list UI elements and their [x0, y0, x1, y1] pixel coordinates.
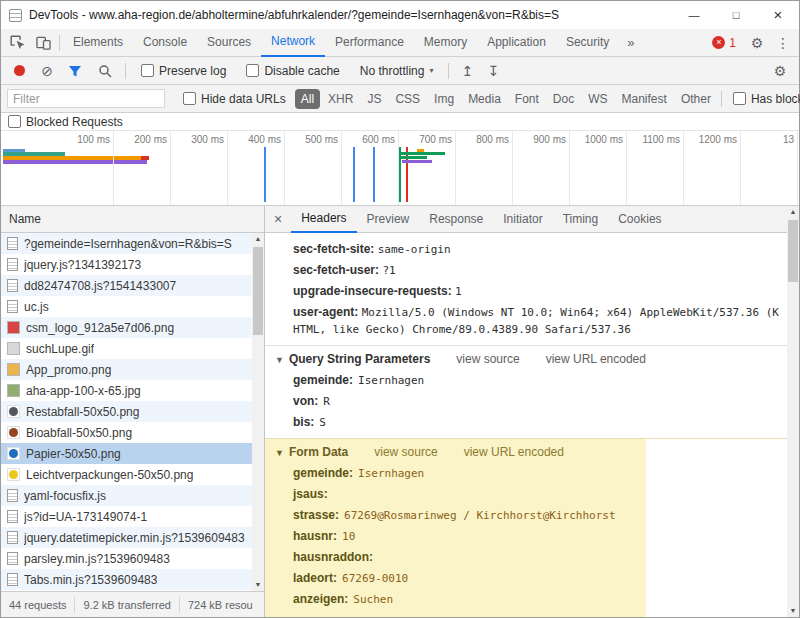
kebab-menu-icon[interactable]: ⋮ [770, 30, 796, 56]
filter-chip-doc[interactable]: Doc [547, 89, 580, 109]
request-row[interactable]: csm_logo_912a5e7d06.png [1, 317, 252, 338]
minimize-button-icon[interactable]: — [673, 1, 715, 29]
request-row[interactable]: js?id=UA-173149074-1 [1, 506, 252, 527]
has-blocked-cookies-option[interactable]: Has blocked cookies [733, 92, 800, 106]
tab-sources[interactable]: Sources [197, 29, 261, 57]
blocked-requests-checkbox[interactable] [8, 115, 21, 128]
request-row[interactable]: uc.js [1, 296, 252, 317]
request-row[interactable]: jquery.datetimepicker.min.js?1539609483 [1, 527, 252, 548]
scrollbar-thumb[interactable] [253, 247, 263, 335]
details-tab-headers[interactable]: Headers [291, 206, 356, 233]
scroll-down-arrow-icon[interactable]: ▼ [787, 605, 799, 617]
request-name: suchLupe.gif [26, 342, 94, 356]
overview-tick-label: 1000 ms [577, 134, 623, 145]
param-name: bis: [293, 415, 314, 429]
request-row[interactable]: Leichtverpackungen-50x50.png [1, 464, 252, 485]
filter-chip-css[interactable]: CSS [389, 89, 426, 109]
request-row[interactable]: Restabfall-50x50.png [1, 401, 252, 422]
scroll-down-arrow-icon[interactable]: ▼ [252, 579, 264, 591]
request-row[interactable]: App_promo.png [1, 359, 252, 380]
inspect-element-icon[interactable] [4, 30, 30, 56]
filter-chip-js[interactable]: JS [361, 89, 387, 109]
form-view-url-encoded-link[interactable]: view URL encoded [464, 445, 564, 459]
tab-application[interactable]: Application [477, 29, 556, 57]
filter-chip-other[interactable]: Other [675, 89, 717, 109]
network-settings-gear-icon[interactable]: ⚙ [767, 58, 793, 84]
collapse-triangle-icon[interactable]: ▼ [275, 448, 284, 458]
search-icon[interactable] [92, 58, 118, 84]
overview-tick-label: 600 ms [349, 134, 395, 145]
overview-tick-label: 900 ms [520, 134, 566, 145]
hide-data-urls-checkbox[interactable] [183, 92, 196, 105]
details-scrollbar[interactable]: ▲ ▼ [787, 206, 799, 617]
overview-activity-bar [400, 156, 427, 159]
request-row[interactable]: ?gemeinde=Isernhagen&von=R&bis=S [1, 233, 252, 254]
clear-network-log-icon[interactable]: ⊘ [36, 63, 58, 79]
window-titlebar: DevTools - www.aha-region.de/abholtermin… [1, 1, 799, 29]
request-row[interactable]: Papier-50x50.png [1, 443, 252, 464]
settings-gear-icon[interactable]: ⚙ [744, 30, 770, 56]
details-tab-initiator[interactable]: Initiator [493, 206, 552, 233]
param-name: hausnraddon: [293, 550, 373, 564]
details-tab-cookies[interactable]: Cookies [608, 206, 671, 233]
form-view-source-link[interactable]: view source [374, 445, 437, 459]
request-row[interactable]: yaml-focusfix.js [1, 485, 252, 506]
has-blocked-cookies-checkbox[interactable] [733, 92, 746, 105]
tab-performance[interactable]: Performance [325, 29, 414, 57]
more-tabs-chevron-icon[interactable]: » [619, 35, 642, 50]
requests-count: 44 requests [1, 597, 75, 613]
request-headers-list: sec-fetch-site: same-originsec-fetch-use… [265, 239, 787, 340]
filter-chip-xhr[interactable]: XHR [322, 89, 359, 109]
preserve-log-checkbox[interactable] [141, 64, 154, 77]
filter-chip-all[interactable]: All [295, 89, 320, 109]
tab-elements[interactable]: Elements [63, 29, 133, 57]
tab-security[interactable]: Security [556, 29, 619, 57]
collapse-triangle-icon[interactable]: ▼ [275, 355, 284, 365]
request-row[interactable]: suchLupe.gif [1, 338, 252, 359]
details-tab-timing[interactable]: Timing [553, 206, 609, 233]
disable-cache-option[interactable]: Disable cache [246, 64, 339, 78]
tab-console[interactable]: Console [133, 29, 197, 57]
tab-memory[interactable]: Memory [414, 29, 477, 57]
details-tab-preview[interactable]: Preview [357, 206, 420, 233]
disable-cache-label: Disable cache [264, 64, 339, 78]
filter-input[interactable] [7, 89, 165, 108]
request-row[interactable]: jquery.js?1341392173 [1, 254, 252, 275]
filter-chip-media[interactable]: Media [462, 89, 507, 109]
request-row[interactable]: Bioabfall-50x50.png [1, 422, 252, 443]
request-row[interactable]: aha-app-100-x-65.jpg [1, 380, 252, 401]
name-column-header[interactable]: Name [1, 206, 264, 233]
throttling-dropdown[interactable]: No throttling ▾ [360, 64, 434, 78]
device-toolbar-icon[interactable] [30, 30, 56, 56]
overview-timeline[interactable]: 100 ms200 ms300 ms400 ms500 ms600 ms700 … [1, 131, 799, 206]
close-details-icon[interactable]: × [265, 211, 291, 227]
disable-cache-checkbox[interactable] [246, 64, 259, 77]
image-thumbnail-icon [7, 468, 20, 481]
scroll-up-arrow-icon[interactable]: ▲ [252, 233, 264, 245]
form-section-title: Form Data [289, 445, 348, 459]
tab-network[interactable]: Network [261, 29, 325, 57]
details-tab-response[interactable]: Response [419, 206, 493, 233]
request-row[interactable]: Tabs.min.js?1539609483 [1, 569, 252, 590]
scrollbar-thumb[interactable] [788, 220, 798, 282]
filter-chip-ws[interactable]: WS [582, 89, 613, 109]
preserve-log-option[interactable]: Preserve log [141, 64, 226, 78]
hide-data-urls-option[interactable]: Hide data URLs [183, 92, 286, 106]
request-list-scrollbar[interactable]: ▲ ▼ [252, 233, 264, 591]
filter-funnel-icon[interactable] [62, 58, 88, 84]
request-row[interactable]: dd82474708.js?1541433007 [1, 275, 252, 296]
export-har-icon[interactable]: ↧ [482, 63, 504, 79]
filter-chip-manifest[interactable]: Manifest [616, 89, 673, 109]
record-network-log-icon[interactable] [14, 65, 25, 76]
maximize-button-icon[interactable]: □ [715, 1, 757, 29]
query-view-source-link[interactable]: view source [456, 352, 519, 366]
console-error-badge[interactable]: × 1 [712, 36, 736, 50]
query-view-url-encoded-link[interactable]: view URL encoded [546, 352, 646, 366]
import-har-icon[interactable]: ↥ [456, 63, 478, 79]
close-window-button-icon[interactable]: × [757, 1, 799, 29]
filter-chip-font[interactable]: Font [509, 89, 545, 109]
request-row[interactable]: parsley.min.js?1539609483 [1, 548, 252, 569]
param-value: Isernhagen [358, 467, 424, 480]
filter-chip-img[interactable]: Img [428, 89, 460, 109]
scroll-up-arrow-icon[interactable]: ▲ [787, 206, 799, 218]
